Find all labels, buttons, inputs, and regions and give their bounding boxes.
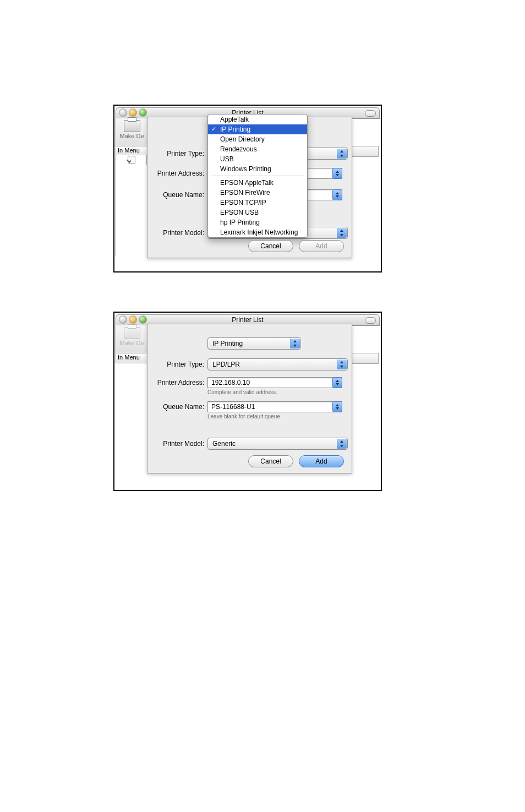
make-default-icon[interactable] [124,120,140,132]
printer-address-input[interactable] [207,377,342,388]
popup-arrows-icon [337,439,347,449]
label-printer-model: Printer Model: [147,440,207,448]
column-header-right[interactable] [352,146,379,157]
cancel-button[interactable]: Cancel [248,240,293,252]
add-printer-sheet: Printer Type: Printer Address: Queue Nam… [147,117,352,258]
menu-item[interactable]: EPSON AppleTalk [208,178,307,188]
screenshot-1: Printer List Make De In Menu Printer Typ… [113,105,382,273]
printer-address-field[interactable] [207,377,342,388]
row-printer-type: Printer Type: LPD/LPR [147,358,352,370]
make-default-icon [124,327,140,339]
queue-hint: Leave blank for default queue [207,413,280,419]
printer-model-popup[interactable]: Generic [207,438,348,450]
toolbar-toggle-icon[interactable] [365,110,376,117]
button-row: Cancel Add [248,455,344,467]
list-body [116,165,147,256]
label-printer-type: Printer Type: [147,150,207,157]
menu-item[interactable]: USB [208,154,307,164]
popup-arrows-icon [337,359,347,369]
menu-item[interactable]: EPSON TCP/IP [208,198,307,208]
printer-model-value: Generic [212,440,236,448]
combo-arrows-icon [332,189,342,200]
menu-item[interactable]: hp IP Printing [208,217,307,227]
row-connection: IP Printing [147,337,352,350]
label-printer-type: Printer Type: [147,361,207,368]
queue-name-input[interactable] [207,401,342,412]
menu-item[interactable]: IP Printing [208,124,307,134]
window-title: Printer List [116,316,379,324]
printer-type-popup[interactable]: LPD/LPR [207,358,348,370]
add-button[interactable]: Add [299,455,344,467]
menu-item[interactable]: Windows Printing [208,164,307,174]
menu-item[interactable]: EPSON USB [208,208,307,217]
label-printer-address: Printer Address: [147,379,207,386]
menu-item[interactable]: Open Directory [208,134,307,144]
button-row: Cancel Add [248,240,344,252]
menu-item[interactable]: AppleTalk [208,115,307,124]
popup-arrows-icon [337,149,347,159]
connection-menu: AppleTalkIP PrintingOpen DirectoryRendez… [207,114,308,238]
in-menu-checkbox[interactable] [128,156,135,164]
screenshot-2: Printer List Make De In Menu IP Printing… [113,312,382,491]
row-printer-address: Printer Address: [147,377,352,388]
window: Printer List Make De In Menu Printer Typ… [116,107,380,256]
row-printer-model: Printer Model: Generic [147,438,352,450]
connection-value: IP Printing [212,340,243,347]
in-menu-checkbox-cell [116,155,147,165]
popup-arrows-icon [337,228,347,238]
combo-arrows-icon [332,401,342,412]
window: Printer List Make De In Menu IP Printing… [116,314,380,479]
toolbar-toggle-icon[interactable] [365,317,376,324]
combo-arrows-icon [332,168,342,179]
printer-type-value: LPD/LPR [212,361,240,368]
label-queue-name: Queue Name: [147,191,207,199]
row-queue-name: Queue Name: [147,401,352,412]
toolbar-caption: Make De [116,133,147,139]
menu-item[interactable]: Rendezvous [208,144,307,154]
connection-popup[interactable]: IP Printing [207,337,301,350]
label-printer-address: Printer Address: [147,170,207,177]
add-printer-sheet: IP Printing Printer Type: LPD/LPR Printe… [147,324,352,473]
add-button[interactable]: Add [299,240,344,252]
address-hint: Complete and valid address. [207,389,277,395]
combo-arrows-icon [332,377,342,388]
label-queue-name: Queue Name: [147,403,207,411]
menu-item[interactable]: EPSON FireWire [208,188,307,198]
toolbar: Make De [116,325,147,353]
queue-name-field[interactable] [207,401,342,412]
toolbar-caption: Make De [116,340,147,346]
menu-item[interactable]: Lexmark Inkjet Networking [208,227,307,237]
popup-arrows-icon [290,339,300,348]
toolbar: Make De [116,118,147,146]
menu-separator [211,176,304,176]
column-header-right[interactable] [352,353,379,364]
column-header-in-menu[interactable]: In Menu [116,353,149,363]
cancel-button[interactable]: Cancel [248,455,293,467]
label-printer-model: Printer Model: [147,229,207,237]
